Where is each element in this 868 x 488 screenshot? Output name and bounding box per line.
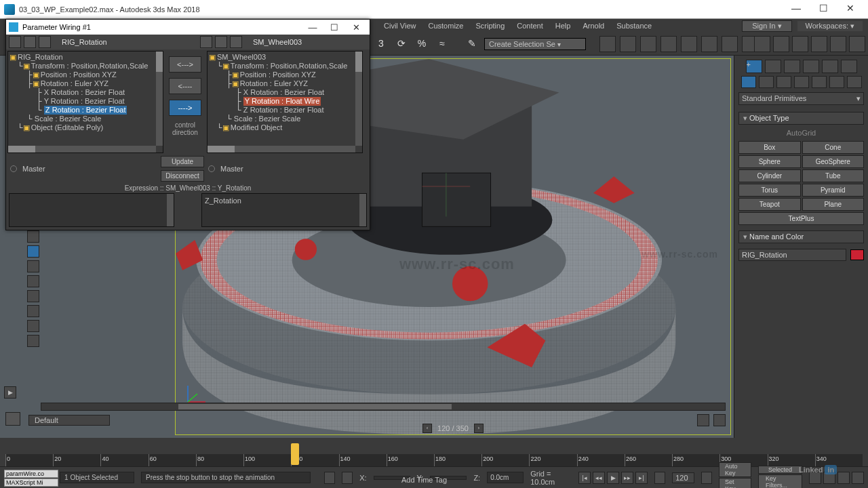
- parameter-wiring-dialog[interactable]: Parameter Wiring #1 — ☐ ✕ RIG_Rotation S…: [5, 19, 370, 230]
- mirror-icon[interactable]: [599, 36, 616, 52]
- layer-icon[interactable]: [640, 36, 656, 52]
- render-icon[interactable]: [792, 36, 808, 52]
- signin-dropdown[interactable]: Sign In ▾: [742, 20, 791, 32]
- primitive-geosphere-button[interactable]: GeoSphere: [802, 155, 865, 168]
- curve-editor-icon[interactable]: [681, 36, 697, 52]
- lt-btn1[interactable]: [27, 230, 39, 243]
- menu-content[interactable]: Content: [517, 22, 543, 30]
- menu-arnold[interactable]: Arnold: [583, 22, 604, 30]
- percent-snap-icon[interactable]: %: [414, 36, 430, 52]
- primitive-sphere-button[interactable]: Sphere: [738, 155, 801, 168]
- update-button[interactable]: Update: [161, 156, 204, 167]
- expand-handle[interactable]: ▶: [4, 386, 16, 399]
- primitive-box-button[interactable]: Box: [738, 141, 801, 154]
- key-target-dropdown[interactable]: Selected: [758, 466, 802, 474]
- key-mode-icon[interactable]: [654, 472, 665, 484]
- left-tree[interactable]: ▣RIG_Rotation └▣Transform : Position,Rot…: [7, 51, 163, 153]
- prev-frame-button[interactable]: ◂◂: [593, 472, 605, 484]
- layer-btn2[interactable]: [713, 414, 726, 426]
- primitive-pyramid-button[interactable]: Pyramid: [802, 184, 865, 197]
- render-frame-icon[interactable]: [773, 36, 789, 52]
- addtimetag[interactable]: Add Time Tag: [401, 476, 447, 484]
- left-tree-hscroll[interactable]: [8, 146, 156, 152]
- pw-refresh-right-icon[interactable]: [230, 36, 242, 48]
- pw-find-left-icon[interactable]: [9, 36, 21, 48]
- lt-btn3[interactable]: [27, 260, 39, 272]
- z-coord[interactable]: 0.0cm: [487, 472, 524, 483]
- menu-substance[interactable]: Substance: [616, 22, 652, 30]
- maxscript-line2[interactable]: MAXScript Mi: [4, 479, 58, 487]
- primitive-cylinder-button[interactable]: Cylinder: [738, 169, 801, 182]
- lt-btn8[interactable]: [27, 335, 39, 347]
- primitive-plane-button[interactable]: Plane: [802, 198, 865, 211]
- geometry-cat-icon[interactable]: [741, 76, 756, 88]
- timeline-playhead[interactable]: [291, 443, 299, 465]
- right-selected-y-rotation[interactable]: Y Rotation : Float Wire: [243, 97, 321, 106]
- hierarchy-tab[interactable]: [784, 60, 800, 73]
- dialog-titlebar[interactable]: Parameter Wiring #1 — ☐ ✕: [6, 20, 370, 35]
- autokey-button[interactable]: Auto Key: [719, 462, 751, 477]
- pw-save-left-icon[interactable]: [24, 36, 36, 48]
- align-icon[interactable]: [620, 36, 636, 52]
- pw-refresh-left-icon[interactable]: [39, 36, 51, 48]
- play-button[interactable]: ▶: [607, 472, 619, 484]
- modify-tab[interactable]: [765, 60, 781, 73]
- selection-set-dropdown[interactable]: Create Selection Se ▾: [484, 38, 586, 50]
- maxscript-line1[interactable]: paramWire.co: [4, 470, 58, 478]
- goto-start-button[interactable]: |◂: [578, 472, 591, 484]
- left-expression-input[interactable]: [9, 193, 174, 227]
- render-btn2-icon[interactable]: [830, 36, 846, 52]
- render-btn3-icon[interactable]: [849, 36, 865, 52]
- render-preset-icon[interactable]: [811, 36, 827, 52]
- ribbon-icon[interactable]: [660, 36, 677, 52]
- menu-scripting[interactable]: Scripting: [475, 22, 505, 30]
- lt-btn2[interactable]: [27, 245, 39, 258]
- primitive-teapot-button[interactable]: Teapot: [738, 198, 801, 211]
- menu-customize[interactable]: Customize: [428, 22, 463, 30]
- object-type-rollout[interactable]: Object Type: [738, 112, 864, 125]
- lt-btn5[interactable]: [27, 290, 39, 302]
- primitive-torus-button[interactable]: Torus: [738, 184, 801, 197]
- right-tree-vscroll[interactable]: [355, 52, 362, 146]
- render-setup-icon[interactable]: [754, 36, 770, 52]
- next-frame-button[interactable]: ▸▸: [621, 472, 633, 484]
- dir-two-way-button[interactable]: <--->: [169, 56, 201, 73]
- object-color-swatch[interactable]: [850, 249, 864, 260]
- left-selected-z-rotation[interactable]: Z Rotation : Bezier Float: [44, 106, 127, 115]
- dir-left-button[interactable]: <----: [169, 78, 201, 94]
- maxscript-listener[interactable]: paramWire.co MAXScript Mi: [4, 470, 58, 487]
- helpers-cat-icon[interactable]: [812, 76, 827, 88]
- snap-3-icon[interactable]: 3: [373, 36, 389, 52]
- maximize-button[interactable]: ☐: [810, 1, 837, 18]
- menu-help[interactable]: Help: [555, 22, 571, 30]
- dope-sheet-icon[interactable]: [701, 36, 717, 52]
- utilities-tab[interactable]: [841, 60, 857, 73]
- right-tree[interactable]: ▣SM_Wheel003 └▣Transform : Position,Rota…: [207, 51, 363, 153]
- create-tab[interactable]: +: [746, 60, 762, 73]
- pw-save-right-icon[interactable]: [215, 36, 227, 48]
- primitive-textplus-button[interactable]: TextPlus: [738, 212, 864, 225]
- workspaces-dropdown[interactable]: Workspaces: ▾: [797, 21, 863, 31]
- viewport-hscroll[interactable]: [41, 403, 726, 411]
- right-master-radio[interactable]: [208, 165, 215, 172]
- dialog-close-button[interactable]: ✕: [345, 22, 367, 33]
- lt-btn7[interactable]: [27, 320, 39, 332]
- isol-icon[interactable]: [342, 472, 353, 484]
- autogrid-checkbox[interactable]: AutoGrid: [738, 127, 864, 138]
- primitive-cone-button[interactable]: Cone: [802, 141, 865, 154]
- shapes-cat-icon[interactable]: [759, 76, 774, 88]
- setkey-button[interactable]: Set Key: [719, 478, 751, 488]
- angle-snap-icon[interactable]: ⟳: [393, 36, 410, 52]
- menu-civilview[interactable]: Civil View: [384, 22, 416, 30]
- schematic-view-icon[interactable]: [722, 36, 738, 52]
- dialog-maximize-button[interactable]: ☐: [323, 22, 345, 33]
- left-master-radio[interactable]: [10, 165, 17, 172]
- minimize-button[interactable]: —: [783, 1, 810, 18]
- lock-selection-icon[interactable]: [324, 472, 335, 484]
- name-color-rollout[interactable]: Name and Color: [738, 230, 864, 243]
- disconnect-button[interactable]: Disconnect: [161, 170, 204, 182]
- pw-find-right-icon[interactable]: [200, 36, 212, 48]
- primitive-tube-button[interactable]: Tube: [802, 169, 865, 182]
- dir-right-button[interactable]: ---->: [169, 100, 201, 116]
- spinner-snap-icon[interactable]: ≈: [434, 36, 450, 52]
